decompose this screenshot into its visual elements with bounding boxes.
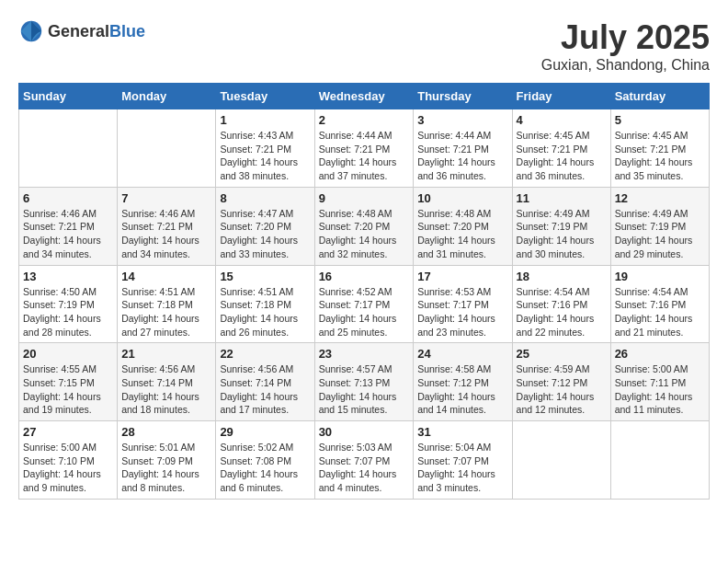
day-number: 22 [220,347,310,361]
day-cell: 28Sunrise: 5:01 AMSunset: 7:09 PMDayligh… [118,421,216,500]
day-number: 26 [615,347,705,361]
day-cell: 23Sunrise: 4:57 AMSunset: 7:13 PMDayligh… [314,343,414,421]
day-number: 14 [121,270,211,283]
day-detail: Sunrise: 4:48 AMSunset: 7:20 PMDaylight:… [319,207,410,261]
day-number: 6 [23,191,113,205]
day-number: 31 [417,425,507,439]
day-cell: 17Sunrise: 4:53 AMSunset: 7:17 PMDayligh… [414,265,512,343]
day-detail: Sunrise: 5:02 AMSunset: 7:08 PMDaylight:… [220,441,310,495]
week-row-2: 13Sunrise: 4:50 AMSunset: 7:19 PMDayligh… [19,265,710,343]
week-row-3: 20Sunrise: 4:55 AMSunset: 7:15 PMDayligh… [19,343,710,421]
day-cell: 22Sunrise: 4:56 AMSunset: 7:14 PMDayligh… [216,343,314,421]
logo: GeneralBlue [18,18,145,44]
day-number: 8 [220,191,310,205]
day-detail: Sunrise: 4:49 AMSunset: 7:19 PMDaylight:… [517,207,607,261]
day-detail: Sunrise: 4:44 AMSunset: 7:21 PMDaylight:… [319,129,410,183]
day-detail: Sunrise: 4:53 AMSunset: 7:17 PMDaylight:… [417,285,507,339]
header-sunday: Sunday [19,84,118,109]
month-title: July 2025 [541,18,710,57]
day-detail: Sunrise: 4:56 AMSunset: 7:14 PMDaylight:… [121,362,211,417]
day-cell: 31Sunrise: 5:04 AMSunset: 7:07 PMDayligh… [414,421,512,500]
day-detail: Sunrise: 4:54 AMSunset: 7:16 PMDaylight:… [517,285,607,339]
day-cell [512,421,610,500]
day-cell: 9Sunrise: 4:48 AMSunset: 7:20 PMDaylight… [314,187,414,265]
day-number: 29 [220,425,310,439]
day-cell: 4Sunrise: 4:45 AMSunset: 7:21 PMDaylight… [512,109,610,188]
day-number: 16 [319,270,410,283]
day-cell: 3Sunrise: 4:44 AMSunset: 7:21 PMDaylight… [414,109,512,188]
day-number: 17 [417,270,507,283]
header-friday: Friday [512,84,610,109]
day-cell: 30Sunrise: 5:03 AMSunset: 7:07 PMDayligh… [314,421,414,500]
day-cell: 11Sunrise: 4:49 AMSunset: 7:19 PMDayligh… [512,187,610,265]
day-cell: 27Sunrise: 5:00 AMSunset: 7:10 PMDayligh… [19,421,118,500]
day-detail: Sunrise: 4:48 AMSunset: 7:20 PMDaylight:… [417,207,507,261]
day-number: 11 [517,191,607,205]
day-cell: 5Sunrise: 4:45 AMSunset: 7:21 PMDaylight… [610,109,709,188]
day-number: 7 [121,191,211,205]
day-number: 13 [23,270,113,283]
page-header: GeneralBlue July 2025 Guxian, Shandong, … [18,18,710,74]
day-detail: Sunrise: 4:57 AMSunset: 7:13 PMDaylight:… [319,362,410,417]
day-detail: Sunrise: 4:52 AMSunset: 7:17 PMDaylight:… [319,285,410,339]
week-row-1: 6Sunrise: 4:46 AMSunset: 7:21 PMDaylight… [19,187,710,265]
day-cell: 13Sunrise: 4:50 AMSunset: 7:19 PMDayligh… [19,265,118,343]
day-number: 25 [517,347,607,361]
day-detail: Sunrise: 4:51 AMSunset: 7:18 PMDaylight:… [220,285,310,339]
header-tuesday: Tuesday [216,84,314,109]
day-detail: Sunrise: 4:51 AMSunset: 7:18 PMDaylight:… [121,285,211,339]
calendar-table: SundayMondayTuesdayWednesdayThursdayFrid… [18,83,710,500]
week-row-4: 27Sunrise: 5:00 AMSunset: 7:10 PMDayligh… [19,421,710,500]
logo-icon [18,18,44,44]
day-detail: Sunrise: 4:58 AMSunset: 7:12 PMDaylight:… [417,362,507,417]
day-detail: Sunrise: 5:03 AMSunset: 7:07 PMDaylight:… [319,441,410,495]
day-cell: 25Sunrise: 4:59 AMSunset: 7:12 PMDayligh… [512,343,610,421]
header-monday: Monday [118,84,216,109]
day-detail: Sunrise: 4:54 AMSunset: 7:16 PMDaylight:… [615,285,705,339]
day-detail: Sunrise: 4:46 AMSunset: 7:21 PMDaylight:… [121,207,211,261]
day-number: 3 [417,113,507,127]
day-cell: 15Sunrise: 4:51 AMSunset: 7:18 PMDayligh… [216,265,314,343]
day-cell: 18Sunrise: 4:54 AMSunset: 7:16 PMDayligh… [512,265,610,343]
day-detail: Sunrise: 5:01 AMSunset: 7:09 PMDaylight:… [121,441,211,495]
day-number: 10 [417,191,507,205]
day-detail: Sunrise: 4:56 AMSunset: 7:14 PMDaylight:… [220,362,310,417]
day-detail: Sunrise: 5:04 AMSunset: 7:07 PMDaylight:… [417,441,507,495]
day-cell: 24Sunrise: 4:58 AMSunset: 7:12 PMDayligh… [414,343,512,421]
day-cell: 14Sunrise: 4:51 AMSunset: 7:18 PMDayligh… [118,265,216,343]
day-detail: Sunrise: 4:44 AMSunset: 7:21 PMDaylight:… [417,129,507,183]
day-number: 30 [319,425,410,439]
header-thursday: Thursday [414,84,512,109]
day-number: 27 [23,425,113,439]
logo-text: GeneralBlue [48,22,145,41]
day-number: 24 [417,347,507,361]
day-number: 18 [517,270,607,283]
day-cell: 21Sunrise: 4:56 AMSunset: 7:14 PMDayligh… [118,343,216,421]
day-number: 23 [319,347,410,361]
day-detail: Sunrise: 4:43 AMSunset: 7:21 PMDaylight:… [220,129,310,183]
title-area: July 2025 Guxian, Shandong, China [541,18,710,74]
day-detail: Sunrise: 4:47 AMSunset: 7:20 PMDaylight:… [220,207,310,261]
day-detail: Sunrise: 4:50 AMSunset: 7:19 PMDaylight:… [23,285,113,339]
location: Guxian, Shandong, China [541,57,710,74]
day-cell: 10Sunrise: 4:48 AMSunset: 7:20 PMDayligh… [414,187,512,265]
week-row-0: 1Sunrise: 4:43 AMSunset: 7:21 PMDaylight… [19,109,710,188]
day-number: 2 [319,113,410,127]
day-number: 1 [220,113,310,127]
header-saturday: Saturday [610,84,709,109]
day-cell: 19Sunrise: 4:54 AMSunset: 7:16 PMDayligh… [610,265,709,343]
day-cell: 1Sunrise: 4:43 AMSunset: 7:21 PMDaylight… [216,109,314,188]
day-cell: 8Sunrise: 4:47 AMSunset: 7:20 PMDaylight… [216,187,314,265]
day-detail: Sunrise: 5:00 AMSunset: 7:10 PMDaylight:… [23,441,113,495]
day-cell [118,109,216,188]
day-detail: Sunrise: 4:55 AMSunset: 7:15 PMDaylight:… [23,362,113,417]
day-number: 5 [615,113,705,127]
day-number: 19 [615,270,705,283]
header-wednesday: Wednesday [314,84,414,109]
day-number: 4 [517,113,607,127]
day-number: 21 [121,347,211,361]
day-detail: Sunrise: 4:49 AMSunset: 7:19 PMDaylight:… [615,207,705,261]
day-cell: 20Sunrise: 4:55 AMSunset: 7:15 PMDayligh… [19,343,118,421]
day-cell: 29Sunrise: 5:02 AMSunset: 7:08 PMDayligh… [216,421,314,500]
day-number: 28 [121,425,211,439]
